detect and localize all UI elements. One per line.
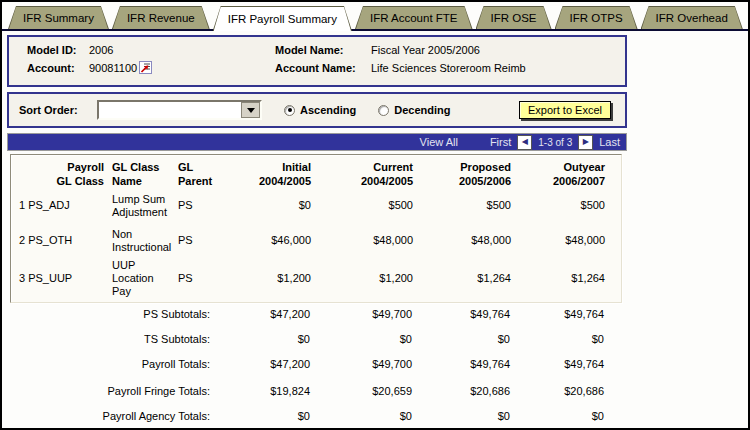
table-row: 2 PS_OTH Non Instructional PS $46,000 $4… — [12, 224, 621, 259]
tab-label: IFR Overhead — [656, 12, 728, 24]
next-page-button[interactable]: ▶ — [578, 135, 593, 150]
row-initial: $1,200 — [221, 272, 311, 285]
summary-initial: $47,200 — [220, 308, 310, 320]
header-gl-parent: GLParent — [176, 157, 221, 189]
summary-current: $49,700 — [310, 308, 412, 320]
row-gl-class-name: Lump Sum Adjustment — [104, 193, 176, 219]
model-id-value: 2006 — [89, 44, 275, 56]
summary-label: Payroll Fringe Totals: — [11, 385, 220, 397]
header-outyear: Outyear2006/2007 — [511, 157, 605, 189]
header-gl-class-name: GL ClassName — [104, 157, 176, 189]
grid-header-row: PayrollGL Class GL ClassName GLParent In… — [12, 157, 621, 189]
export-to-excel-button[interactable]: Export to Excel — [519, 101, 611, 119]
tab-label: IFR Account FTE — [370, 12, 458, 24]
payroll-totals-row: Payroll Totals: $47,200 $49,700 $49,764 … — [11, 351, 623, 376]
chevron-down-icon — [247, 108, 255, 113]
summary-proposed: $20,686 — [412, 385, 510, 397]
row-gl-class: 2 PS_OTH — [12, 234, 104, 247]
row-gl-class-name: Non Instructional — [104, 228, 176, 254]
table-row: 3 PS_UUP UUP Location Pay PS $1,200 $1,2… — [12, 259, 621, 299]
summary-proposed: $49,764 — [412, 358, 510, 370]
header-current: Current2004/2005 — [311, 157, 413, 189]
payroll-fringe-totals-row: Payroll Fringe Totals: $19,824 $20,659 $… — [11, 378, 623, 403]
ifr-payroll-summary-page: IFR Summary IFR Revenue IFR Payroll Summ… — [0, 0, 750, 430]
row-current: $1,200 — [311, 272, 413, 285]
row-gl-parent: PS — [176, 234, 221, 247]
ascending-option: Ascending — [284, 104, 356, 116]
payroll-agency-totals-row: Payroll Agency Totals: $0 $0 $0 $0 — [11, 403, 623, 428]
account-value: 90081100 — [89, 62, 137, 74]
summary-proposed: $0 — [412, 410, 510, 422]
summary-proposed: $0 — [412, 333, 510, 345]
sort-order-select[interactable] — [97, 100, 262, 120]
descending-radio[interactable] — [378, 105, 389, 116]
summary-proposed: $49,764 — [412, 308, 510, 320]
table-row: 1 PS_ADJ Lump Sum Adjustment PS $0 $500 … — [12, 189, 621, 224]
tab-label: IFR OTPS — [570, 12, 623, 24]
header-initial: Initial2004/2005 — [221, 157, 311, 189]
summary-label: Payroll Totals: — [11, 358, 220, 370]
ascending-label: Ascending — [300, 104, 356, 116]
tab-ifr-account-fte[interactable]: IFR Account FTE — [355, 6, 473, 29]
summary-outyear: $20,686 — [510, 385, 604, 397]
row-gl-class: 1 PS_ADJ — [12, 199, 104, 212]
last-link[interactable]: Last — [599, 136, 620, 148]
view-all-link[interactable]: View All — [420, 136, 458, 148]
model-info-panel: Model ID: 2006 Model Name: Fiscal Year 2… — [7, 35, 627, 87]
summary-outyear: $49,764 — [510, 358, 604, 370]
ps-subtotals-row: PS Subtotals: $47,200 $49,700 $49,764 $4… — [11, 301, 623, 326]
sort-order-selected-value — [99, 102, 241, 118]
tab-ifr-ose[interactable]: IFR OSE — [476, 6, 552, 29]
row-gl-class-name: UUP Location Pay — [104, 259, 176, 299]
tab-strip: IFR Summary IFR Revenue IFR Payroll Summ… — [8, 6, 743, 31]
summary-label: PS Subtotals: — [11, 308, 220, 320]
account-name-label: Account Name: — [275, 62, 371, 74]
model-id-label: Model ID: — [27, 44, 89, 56]
tab-ifr-otps[interactable]: IFR OTPS — [555, 6, 638, 29]
row-outyear: $48,000 — [511, 234, 605, 247]
tab-ifr-overhead[interactable]: IFR Overhead — [641, 6, 743, 29]
summary-current: $0 — [310, 410, 412, 422]
tab-label: IFR Payroll Summary — [228, 13, 337, 25]
model-name-value: Fiscal Year 2005/2006 — [371, 44, 625, 56]
row-outyear: $1,264 — [511, 272, 605, 285]
row-gl-class: 3 PS_UUP — [12, 272, 104, 285]
summary-outyear: $0 — [510, 333, 604, 345]
sort-controls-panel: Sort Order: Ascending Decending Export t… — [7, 92, 627, 128]
tab-ifr-summary[interactable]: IFR Summary — [8, 6, 109, 29]
next-page-icon: ▶ — [583, 138, 589, 146]
sort-order-label: Sort Order: — [19, 104, 97, 116]
row-initial: $46,000 — [221, 234, 311, 247]
tab-label: IFR Revenue — [127, 12, 195, 24]
account-drilldown-icon[interactable] — [139, 61, 152, 74]
previous-page-button[interactable]: ◀ — [517, 135, 532, 150]
tab-ifr-payroll-summary[interactable]: IFR Payroll Summary — [213, 6, 352, 31]
summary-outyear: $49,764 — [510, 308, 604, 320]
row-current: $500 — [311, 199, 413, 212]
row-proposed: $1,264 — [413, 272, 511, 285]
model-name-label: Model Name: — [275, 44, 371, 56]
row-initial: $0 — [221, 199, 311, 212]
tab-ifr-revenue[interactable]: IFR Revenue — [112, 6, 210, 29]
tab-label: IFR OSE — [491, 12, 537, 24]
summary-initial: $0 — [220, 333, 310, 345]
summary-current: $0 — [310, 333, 412, 345]
first-link[interactable]: First — [490, 136, 511, 148]
row-gl-parent: PS — [176, 272, 221, 285]
summary-current: $49,700 — [310, 358, 412, 370]
grid-navigation-bar: View All First ◀ 1-3 of 3 ▶ Last — [7, 133, 627, 151]
summary-outyear: $0 — [510, 410, 604, 422]
row-current: $48,000 — [311, 234, 413, 247]
summary-current: $20,659 — [310, 385, 412, 397]
tab-label: IFR Summary — [23, 12, 94, 24]
ascending-radio[interactable] — [284, 105, 295, 116]
summary-label: Payroll Agency Totals: — [11, 410, 220, 422]
header-proposed: Proposed2005/2006 — [413, 157, 511, 189]
account-value-wrap: 90081100 — [89, 61, 275, 74]
dropdown-button[interactable] — [241, 102, 260, 118]
account-label: Account: — [27, 62, 89, 74]
summary-initial: $0 — [220, 410, 310, 422]
previous-page-icon: ◀ — [522, 138, 528, 146]
row-proposed: $48,000 — [413, 234, 511, 247]
row-outyear: $500 — [511, 199, 605, 212]
